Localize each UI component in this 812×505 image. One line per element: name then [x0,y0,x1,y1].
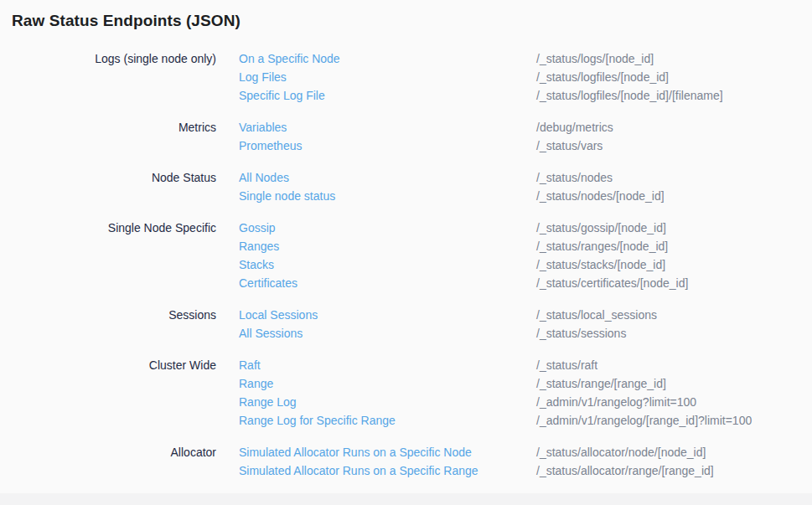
endpoint-row: Log Files /_status/logfiles/[node_id] [239,68,812,86]
endpoint-path: /_status/range/[range_id] [536,374,666,393]
endpoint-group: Node Status All Nodes /_status/nodes Sin… [0,168,812,205]
endpoint-path: /_status/allocator/range/[range_id] [536,461,714,480]
endpoint-row: Range Log for Specific Range /_admin/v1/… [239,411,812,430]
endpoint-link[interactable]: All Nodes [239,168,536,187]
endpoint-link[interactable]: Range Log [239,393,536,411]
endpoint-path: /_status/logfiles/[node_id]/[filename] [536,86,723,105]
endpoint-link[interactable]: Specific Log File [239,86,536,105]
endpoint-table: Logs (single node only) On a Specific No… [0,49,812,480]
endpoint-path: /_status/sessions [536,324,626,343]
endpoint-path: /_status/gossip/[node_id] [536,219,666,237]
endpoint-path: /debug/metrics [536,118,613,137]
endpoint-group: Single Node Specific Gossip /_status/gos… [0,219,812,292]
endpoint-group: Metrics Variables /debug/metrics Prometh… [0,118,812,155]
category-label: Sessions [0,306,216,324]
category-label: Single Node Specific [0,219,216,237]
endpoint-rows: Raft /_status/raft Range /_status/range/… [239,356,812,430]
endpoint-path: /_admin/v1/rangelog?limit=100 [536,393,696,411]
endpoint-row: Simulated Allocator Runs on a Specific R… [239,461,812,480]
category-label: Logs (single node only) [0,49,216,68]
endpoint-link[interactable]: Local Sessions [239,306,536,324]
endpoint-link[interactable]: On a Specific Node [239,49,536,68]
category-label: Allocator [0,443,216,461]
endpoint-path: /_status/local_sessions [536,306,657,324]
endpoint-path: /_status/stacks/[node_id] [536,255,665,274]
endpoint-row: All Sessions /_status/sessions [239,324,812,343]
endpoint-rows: All Nodes /_status/nodes Single node sta… [239,168,812,205]
endpoint-path: /_status/allocator/node/[node_id] [536,443,706,461]
endpoint-link[interactable]: Gossip [239,219,536,237]
endpoint-path: /_status/nodes [536,168,613,187]
category-label: Node Status [0,168,216,187]
endpoint-link[interactable]: Log Files [239,68,536,86]
endpoint-row: Gossip /_status/gossip/[node_id] [239,219,812,237]
endpoint-row: Raft /_status/raft [239,356,812,374]
endpoint-row: Range Log /_admin/v1/rangelog?limit=100 [239,393,812,411]
endpoint-path: /_status/certificates/[node_id] [536,274,688,292]
bottom-band [0,493,812,505]
endpoint-link[interactable]: Simulated Allocator Runs on a Specific R… [239,461,536,480]
endpoint-link[interactable]: Raft [239,356,536,374]
endpoint-link[interactable]: Simulated Allocator Runs on a Specific N… [239,443,536,461]
endpoint-rows: Gossip /_status/gossip/[node_id] Ranges … [239,219,812,292]
endpoint-path: /_status/vars [536,137,603,155]
endpoint-link[interactable]: Range [239,374,536,393]
endpoint-link[interactable]: Single node status [239,187,536,205]
endpoint-path: /_status/nodes/[node_id] [536,187,665,205]
endpoint-group: Sessions Local Sessions /_status/local_s… [0,306,812,343]
endpoint-row: All Nodes /_status/nodes [239,168,812,187]
endpoint-link[interactable]: Variables [239,118,536,137]
endpoint-row: Simulated Allocator Runs on a Specific N… [239,443,812,461]
endpoint-row: Variables /debug/metrics [239,118,812,137]
endpoint-link[interactable]: Prometheus [239,137,536,155]
endpoint-row: Local Sessions /_status/local_sessions [239,306,812,324]
endpoint-path: /_status/logs/[node_id] [536,49,654,68]
endpoint-rows: Local Sessions /_status/local_sessions A… [239,306,812,343]
endpoint-path: /_status/logfiles/[node_id] [536,68,669,86]
endpoint-link[interactable]: Ranges [239,237,536,255]
endpoint-row: On a Specific Node /_status/logs/[node_i… [239,49,812,68]
endpoint-row: Ranges /_status/ranges/[node_id] [239,237,812,255]
endpoint-rows: Simulated Allocator Runs on a Specific N… [239,443,812,480]
page-title: Raw Status Endpoints (JSON) [12,11,812,31]
endpoint-link[interactable]: Certificates [239,274,536,292]
endpoint-row: Certificates /_status/certificates/[node… [239,274,812,292]
endpoint-link[interactable]: All Sessions [239,324,536,343]
endpoint-rows: Variables /debug/metrics Prometheus /_st… [239,118,812,155]
endpoint-group: Allocator Simulated Allocator Runs on a … [0,443,812,480]
endpoint-group: Cluster Wide Raft /_status/raft Range /_… [0,356,812,430]
endpoint-link[interactable]: Range Log for Specific Range [239,411,536,430]
endpoint-row: Single node status /_status/nodes/[node_… [239,187,812,205]
category-label: Cluster Wide [0,356,216,374]
endpoint-row: Stacks /_status/stacks/[node_id] [239,255,812,274]
endpoint-row: Prometheus /_status/vars [239,137,812,155]
endpoint-path: /_status/ranges/[node_id] [536,237,668,255]
endpoint-link[interactable]: Stacks [239,255,536,274]
endpoint-path: /_admin/v1/rangelog/[range_id]?limit=100 [536,411,752,430]
endpoint-path: /_status/raft [536,356,597,374]
endpoint-group: Logs (single node only) On a Specific No… [0,49,812,105]
endpoint-rows: On a Specific Node /_status/logs/[node_i… [239,49,812,105]
category-label: Metrics [0,118,216,137]
endpoint-row: Specific Log File /_status/logfiles/[nod… [239,86,812,105]
endpoint-row: Range /_status/range/[range_id] [239,374,812,393]
